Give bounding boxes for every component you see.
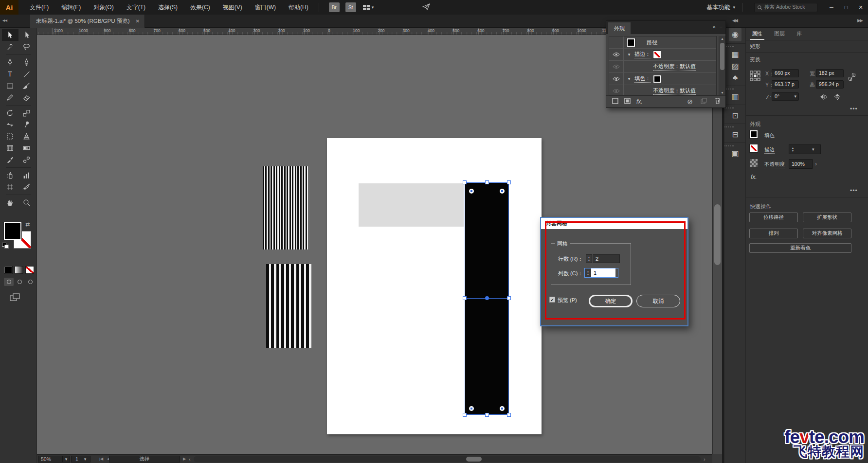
visibility-toggle[interactable] (609, 73, 624, 85)
appearance-row[interactable]: 路径 (609, 36, 716, 49)
symbols-panel-icon[interactable]: ♣ (724, 72, 746, 84)
appearance-row[interactable]: ▾填色： (609, 73, 716, 85)
dock-grip[interactable] (724, 126, 734, 127)
add-fill-icon[interactable] (624, 98, 631, 106)
mesh-tool[interactable] (2, 142, 18, 154)
dock-grip[interactable] (724, 89, 734, 89)
eye-icon[interactable] (613, 76, 620, 81)
row-label[interactable]: 描边： (634, 51, 651, 58)
gray-rectangle[interactable] (359, 183, 464, 227)
striped-rectangle-thin[interactable] (263, 166, 308, 249)
stroke-color-swatch[interactable] (750, 144, 758, 152)
width-input[interactable]: 182 px (816, 69, 844, 77)
selection-handle[interactable] (463, 180, 467, 184)
preview-checkbox[interactable]: ✔ (549, 297, 555, 303)
draw-inside-mode[interactable] (25, 278, 35, 286)
perspective-grid-tool[interactable] (18, 130, 35, 142)
quick-action-button-2[interactable]: 扩展形状 (803, 213, 851, 222)
horizontal-scrollbar[interactable] (194, 456, 701, 462)
first-artboard-button[interactable]: |◀ (99, 456, 103, 463)
align-panel-icon[interactable]: ⊟ (724, 129, 746, 141)
visibility-toggle[interactable] (609, 85, 624, 95)
pen-tool[interactable] (2, 56, 18, 68)
opacity-label[interactable]: 不透明度 (764, 161, 785, 168)
menu-item-7[interactable]: 视图(V) (217, 0, 249, 15)
gradient-panel-icon[interactable]: ▥ (724, 91, 746, 103)
eye-icon[interactable] (613, 64, 620, 69)
clear-appearance-icon[interactable]: ⊘ (687, 98, 693, 106)
rectangle-tool[interactable] (2, 80, 18, 91)
transform-panel-icon[interactable]: ⊡ (724, 110, 746, 122)
fill-color-swatch[interactable] (750, 130, 758, 138)
scale-tool[interactable] (18, 107, 35, 119)
brushes-panel-icon[interactable]: ▨ (724, 60, 746, 72)
quick-action-button-3[interactable]: 排列 (749, 229, 798, 238)
eraser-tool[interactable] (18, 91, 35, 103)
dock-collapse-left-icon[interactable]: ◀◀ (732, 18, 737, 23)
eye-icon[interactable] (613, 52, 620, 57)
delete-item-icon[interactable] (715, 97, 721, 106)
mesh-point[interactable] (469, 406, 474, 411)
menu-item-9[interactable]: 帮助(H) (282, 0, 315, 15)
artboard-number-field[interactable]: 1 ▾ (71, 456, 90, 463)
horizontal-scrollbar-thumb[interactable] (466, 457, 482, 462)
mesh-point[interactable] (500, 406, 505, 411)
cols-input[interactable]: 1 (591, 268, 615, 277)
height-input[interactable]: 956.24 p (816, 80, 844, 89)
appearance-scrollbar-thumb[interactable] (720, 43, 724, 70)
ok-button[interactable]: 确定 (589, 295, 633, 307)
curvature-tool[interactable] (18, 56, 35, 68)
gradient-button[interactable] (15, 266, 23, 274)
direct-selection-tool[interactable] (18, 29, 35, 41)
tab-图层[interactable]: 图层 (768, 28, 791, 40)
menu-item-1[interactable]: 文件(F) (23, 0, 55, 15)
artboard-dropdown-icon[interactable]: ▾ (84, 457, 87, 462)
panel-expand-icon[interactable]: » (712, 24, 715, 30)
appearance-row[interactable]: 不透明度：默认值 (609, 85, 716, 95)
selection-handle[interactable] (507, 296, 511, 300)
bridge-button[interactable]: Br (329, 2, 340, 12)
menu-item-3[interactable]: 对象(O) (87, 0, 120, 15)
screen-mode-button[interactable] (10, 293, 20, 304)
document-tab[interactable]: 未标题-1.ai* @ 50% (RGB/GPU 预览) ✕ (30, 15, 145, 28)
gradient-tool[interactable] (18, 142, 35, 154)
appearance-row[interactable]: ▾描边： (609, 49, 716, 61)
appearance-more-options[interactable]: ••• (850, 187, 858, 194)
draw-behind-mode[interactable] (15, 278, 24, 286)
menu-item-5[interactable]: 选择(S) (152, 0, 184, 15)
draw-normal-mode[interactable] (4, 278, 14, 286)
magic-wand-tool[interactable] (2, 41, 18, 53)
chevron-down-icon[interactable]: ▾ (624, 76, 634, 81)
maximize-button[interactable]: □ (839, 0, 853, 15)
reference-point-selector[interactable] (750, 71, 760, 82)
arrange-documents-button[interactable]: ▾ (363, 5, 374, 10)
menu-item-6[interactable]: 效果(C) (184, 0, 217, 15)
mesh-point[interactable] (500, 189, 505, 194)
vertical-scrollbar-thumb[interactable] (714, 204, 721, 265)
lasso-tool[interactable] (18, 41, 35, 53)
quick-action-button-1[interactable]: 位移路径 (749, 213, 798, 222)
add-stroke-icon[interactable] (612, 98, 618, 106)
pathfinder-panel-icon[interactable]: ▣ (724, 148, 746, 160)
close-button[interactable]: ✕ (853, 0, 868, 15)
paintbrush-tool[interactable] (18, 80, 35, 91)
free-transform-tool[interactable] (2, 130, 18, 142)
mesh-center-point[interactable] (485, 296, 489, 300)
shaper-tool[interactable] (2, 91, 18, 103)
hscroll-left-arrow[interactable]: ‹ (189, 456, 191, 463)
search-input[interactable]: 搜索 Adobe Stock (754, 3, 817, 12)
quick-action-button-4[interactable]: 对齐像素网格 (803, 229, 851, 238)
column-graph-tool[interactable] (18, 169, 35, 181)
menu-item-8[interactable]: 窗口(W) (249, 0, 282, 15)
flip-vertical-icon[interactable] (833, 93, 841, 101)
selection-handle[interactable] (507, 180, 511, 184)
panel-menu-icon[interactable]: ≡ (720, 24, 723, 30)
visibility-toggle[interactable] (609, 36, 624, 48)
zoom-tool[interactable] (18, 196, 35, 208)
menu-item-2[interactable]: 编辑(E) (55, 0, 87, 15)
swatches-panel-icon[interactable]: ▦ (724, 49, 746, 60)
opacity-input[interactable]: 100% (789, 159, 813, 169)
fill-swatch-black[interactable] (4, 222, 21, 240)
row-label[interactable]: 不透明度：默认值 (653, 63, 696, 71)
none-swatch[interactable] (653, 51, 661, 58)
